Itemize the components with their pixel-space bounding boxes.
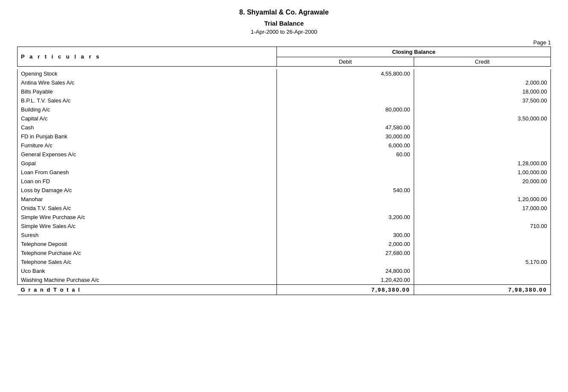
table-row: Loss by Damage A/c540.00: [18, 186, 551, 195]
table-row: Telephone Deposit2,000.00: [18, 240, 551, 249]
table-row: General Expenses A/c60.00: [18, 150, 551, 159]
particulars-cell: Telephone Deposit: [18, 240, 277, 249]
particulars-cell: Simple Wire Sales A/c: [18, 222, 277, 231]
credit-cell: 17,000.00: [414, 204, 550, 213]
debit-cell: 540.00: [277, 186, 414, 195]
credit-cell: 1,20,000.00: [414, 195, 550, 204]
credit-cell: 3,50,000.00: [414, 114, 550, 123]
grand-total-debit: 7,98,380.00: [277, 284, 414, 295]
particulars-cell: Gopal: [18, 159, 277, 168]
table-row: Opening Stock4,55,800.00: [18, 69, 551, 78]
closing-balance-header: Closing Balance: [277, 47, 551, 57]
table-row: Capital A/c3,50,000.00: [18, 114, 551, 123]
credit-cell: 20,000.00: [414, 177, 550, 186]
credit-cell: [414, 186, 550, 195]
table-row: Simple Wire Purchase A/c3,200.00: [18, 213, 551, 222]
particulars-cell: General Expenses A/c: [18, 150, 277, 159]
table-row: Manohar1,20,000.00: [18, 195, 551, 204]
debit-cell: 2,000.00: [277, 240, 414, 249]
debit-cell: 30,000.00: [277, 132, 414, 141]
particulars-cell: FD in Punjab Bank: [18, 132, 277, 141]
page-number: Page 1: [17, 39, 551, 46]
credit-cell: 37,500.00: [414, 96, 550, 105]
report-title: Trial Balance: [17, 20, 551, 27]
particulars-cell: Building A/c: [18, 105, 277, 114]
table-row: Loan on FD20,000.00: [18, 177, 551, 186]
debit-cell: 24,800.00: [277, 266, 414, 275]
credit-cell: [414, 150, 550, 159]
credit-header: Credit: [414, 57, 550, 67]
particulars-cell: Opening Stock: [18, 69, 277, 78]
table-header-row: P a r t i c u l a r s Closing Balance: [18, 47, 551, 57]
table-row: Antina Wire Sales A/c2,000.00: [18, 78, 551, 87]
credit-cell: [414, 240, 550, 249]
table-row: FD in Punjab Bank30,000.00: [18, 132, 551, 141]
debit-cell: 4,55,800.00: [277, 69, 414, 78]
particulars-header: P a r t i c u l a r s: [18, 47, 277, 67]
credit-cell: [414, 231, 550, 240]
table-row: Telephone Sales A/c5,170.00: [18, 257, 551, 266]
debit-cell: [277, 96, 414, 105]
credit-cell: 710.00: [414, 222, 550, 231]
debit-cell: [277, 204, 414, 213]
table-row: Furniture A/c6,000.00: [18, 141, 551, 150]
particulars-cell: Washing Machine Purchase A/c: [18, 275, 277, 285]
debit-cell: 1,20,420.00: [277, 275, 414, 285]
debit-cell: [277, 177, 414, 186]
credit-cell: 5,170.00: [414, 257, 550, 266]
grand-total-row: G r a n d T o t a l 7,98,380.00 7,98,380…: [18, 284, 551, 295]
debit-cell: [277, 159, 414, 168]
date-range: 1-Apr-2000 to 26-Apr-2000: [17, 29, 551, 35]
table-row: Washing Machine Purchase A/c1,20,420.00: [18, 275, 551, 285]
particulars-cell: Cash: [18, 123, 277, 132]
debit-cell: [277, 222, 414, 231]
particulars-cell: Loan on FD: [18, 177, 277, 186]
particulars-cell: Bills Payable: [18, 87, 277, 96]
particulars-cell: Loan From Ganesh: [18, 168, 277, 177]
credit-cell: [414, 213, 550, 222]
grand-total-credit: 7,98,380.00: [414, 284, 550, 295]
particulars-cell: Capital A/c: [18, 114, 277, 123]
table-row: Cash47,580.00: [18, 123, 551, 132]
debit-cell: 6,000.00: [277, 141, 414, 150]
company-name: 8. Shyamlal & Co. Agrawale: [17, 9, 551, 16]
table-row: Bills Payable18,000.00: [18, 87, 551, 96]
table-row: Onida T.V. Sales A/c17,000.00: [18, 204, 551, 213]
debit-cell: [277, 87, 414, 96]
debit-cell: 300.00: [277, 231, 414, 240]
table-row: Uco Bank24,800.00: [18, 266, 551, 275]
table-row: Building A/c80,000.00: [18, 105, 551, 114]
debit-cell: [277, 114, 414, 123]
credit-cell: 18,000.00: [414, 87, 550, 96]
credit-cell: [414, 275, 550, 285]
credit-cell: [414, 105, 550, 114]
credit-cell: 1,28,000.00: [414, 159, 550, 168]
debit-cell: 27,680.00: [277, 249, 414, 257]
table-row: B.P.L. T.V. Sales A/c37,500.00: [18, 96, 551, 105]
debit-header: Debit: [277, 57, 414, 67]
particulars-cell: Telephone Purchase A/c: [18, 249, 277, 257]
debit-cell: [277, 168, 414, 177]
particulars-cell: Furniture A/c: [18, 141, 277, 150]
credit-cell: 1,00,000.00: [414, 168, 550, 177]
credit-cell: [414, 249, 550, 257]
credit-cell: [414, 266, 550, 275]
table-row: Telephone Purchase A/c27,680.00: [18, 249, 551, 257]
particulars-cell: Loss by Damage A/c: [18, 186, 277, 195]
particulars-cell: Telephone Sales A/c: [18, 257, 277, 266]
table-row: Suresh300.00: [18, 231, 551, 240]
particulars-cell: Simple Wire Purchase A/c: [18, 213, 277, 222]
debit-cell: [277, 195, 414, 204]
particulars-cell: Antina Wire Sales A/c: [18, 78, 277, 87]
particulars-cell: B.P.L. T.V. Sales A/c: [18, 96, 277, 105]
credit-cell: [414, 132, 550, 141]
particulars-cell: Suresh: [18, 231, 277, 240]
debit-cell: [277, 78, 414, 87]
particulars-cell: Manohar: [18, 195, 277, 204]
table-row: Simple Wire Sales A/c710.00: [18, 222, 551, 231]
debit-cell: 60.00: [277, 150, 414, 159]
table-row: Gopal1,28,000.00: [18, 159, 551, 168]
debit-cell: 3,200.00: [277, 213, 414, 222]
debit-cell: [277, 257, 414, 266]
debit-cell: 47,580.00: [277, 123, 414, 132]
